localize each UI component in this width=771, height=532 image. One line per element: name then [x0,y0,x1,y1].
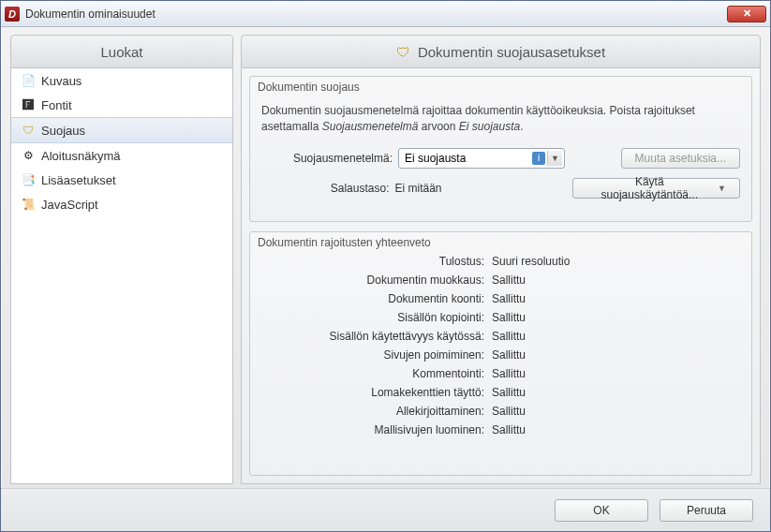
summary-value: Sallittu [492,330,742,343]
security-group-title: Dokumentin suojaus [250,77,751,94]
summary-value: Sallittu [492,311,742,324]
sidebar-item-advanced[interactable]: 📑 Lisäasetukset [11,168,232,192]
summary-label: Sisällön kopiointi: [259,311,484,324]
font-icon: 🅵 [21,97,36,112]
desc-em: Ei suojausta [459,120,520,133]
main-panel: 🛡 Dokumentin suojausasetukset Dokumentin… [241,35,761,484]
security-description: Dokumentin suojausmenetelmä rajoittaa do… [261,103,740,135]
button-label: Käytä suojauskäytäntöä... [586,175,712,201]
sidebar-item-label: Suojaus [41,124,85,138]
summary-label: Sivujen poimiminen: [259,348,484,362]
close-icon: ✕ [743,7,751,20]
sidebar-item-label: JavaScript [41,198,98,212]
summary-value: Sallittu [492,273,742,287]
summary-label: Mallisivujen luominen: [259,423,484,436]
ok-button[interactable]: OK [555,499,648,522]
sidebar-item-initial-view[interactable]: ⚙ Aloitusnäkymä [11,143,232,168]
titlebar: D Dokumentin ominaisuudet ✕ [1,1,770,27]
sidebar-item-security[interactable]: 🛡 Suojaus [11,117,232,143]
categories-header: Luokat [10,35,233,68]
summary-label: Lomakekenttien täyttö: [259,386,484,399]
encryption-value: Ei mitään [394,182,561,195]
chevron-down-icon: ▼ [718,184,726,193]
advanced-icon: 📑 [21,172,36,187]
summary-label: Dokumentin muokkaus: [259,273,484,287]
security-method-combobox[interactable]: Ei suojausta i ▼ [398,148,565,169]
summary-value: Sallittu [492,348,742,362]
summary-label: Sisällön käytettävyys käytössä: [259,330,484,343]
sidebar-item-label: Lisäasetukset [41,173,116,187]
categories-panel: Luokat 📄 Kuvaus 🅵 Fontit 🛡 Suojaus ⚙ Alo… [10,35,233,484]
encryption-row: Salaustaso: Ei mitään Käytä suojauskäytä… [261,178,740,199]
script-icon: 📜 [21,197,36,212]
view-icon: ⚙ [21,148,36,163]
summary-table: Tulostus: Suuri resoluutio Dokumentin mu… [250,249,751,446]
summary-label: Allekirjoittaminen: [259,405,484,418]
page-info-icon: 📄 [21,73,36,88]
summary-group-title: Dokumentin rajoitusten yhteenveto [250,232,751,249]
sidebar-item-label: Kuvaus [41,74,82,88]
summary-label: Kommentointi: [259,367,484,380]
encryption-label: Salaustaso: [261,182,389,195]
summary-label: Dokumentin koonti: [259,292,484,305]
chevron-down-icon[interactable]: ▼ [547,151,562,166]
main-header: 🛡 Dokumentin suojausasetukset [241,35,761,68]
method-label: Suojausmenetelmä: [261,152,393,165]
summary-value: Suuri resoluutio [492,255,742,268]
summary-groupbox: Dokumentin rajoitusten yhteenveto Tulost… [249,231,752,476]
sidebar-item-javascript[interactable]: 📜 JavaScript [11,192,232,216]
combobox-value: Ei suojausta [405,152,532,165]
summary-label: Tulostus: [259,255,484,268]
shield-icon: 🛡 [396,44,410,60]
sidebar-item-fonts[interactable]: 🅵 Fontit [11,93,232,117]
categories-list: 📄 Kuvaus 🅵 Fontit 🛡 Suojaus ⚙ Aloitusnäk… [10,68,233,484]
main-body: Dokumentin suojaus Dokumentin suojausmen… [241,68,761,484]
dialog-footer: OK Peruuta [1,488,770,531]
app-icon: D [5,7,20,22]
window-title: Dokumentin ominaisuudet [25,7,721,21]
main-title: Dokumentin suojausasetukset [418,44,605,60]
desc-text: . [520,120,523,133]
summary-value: Sallittu [492,405,742,418]
summary-value: Sallittu [492,292,742,305]
content-area: Luokat 📄 Kuvaus 🅵 Fontit 🛡 Suojaus ⚙ Alo… [1,27,770,488]
cancel-button[interactable]: Peruuta [660,499,753,522]
security-groupbox: Dokumentin suojaus Dokumentin suojausmen… [249,76,752,222]
close-button[interactable]: ✕ [727,6,766,22]
sidebar-item-description[interactable]: 📄 Kuvaus [11,68,232,93]
summary-value: Sallittu [492,367,742,380]
desc-em: Suojausmenetelmä [322,120,419,133]
summary-value: Sallittu [492,386,742,399]
info-icon: i [532,152,545,165]
sidebar-item-label: Fontit [41,98,72,112]
change-settings-button[interactable]: Muuta asetuksia... [621,148,740,169]
shield-icon: 🛡 [21,123,36,138]
use-policy-button[interactable]: Käytä suojauskäytäntöä... ▼ [572,178,740,199]
summary-value: Sallittu [492,423,742,436]
dialog-window: D Dokumentin ominaisuudet ✕ Luokat 📄 Kuv… [0,0,771,532]
sidebar-item-label: Aloitusnäkymä [41,149,121,163]
method-row: Suojausmenetelmä: Ei suojausta i ▼ Muuta… [261,148,740,169]
desc-text: arvoon [418,120,458,133]
